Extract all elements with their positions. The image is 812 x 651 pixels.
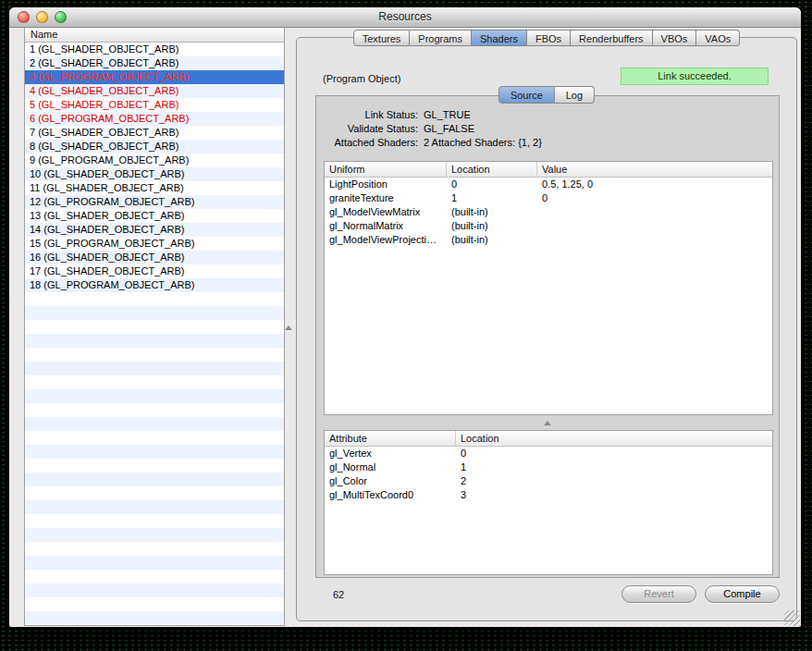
- window-controls: [18, 11, 67, 23]
- title-bar[interactable]: Resources: [9, 7, 801, 28]
- chevron-up-icon: [285, 326, 292, 330]
- list-item[interactable]: 14 (GL_SHADER_OBJECT_ARB): [25, 223, 284, 237]
- attribute-table-header: Attribute Location: [325, 431, 772, 447]
- table-row[interactable]: gl_MultiTexCoord0 3: [325, 488, 772, 502]
- cell-location: 2: [456, 474, 772, 488]
- zoom-button[interactable]: [55, 11, 67, 23]
- uniform-table-body: LightPosition 0 0.5, 1.25, 0 graniteText…: [325, 178, 772, 247]
- tab-renderbuffers[interactable]: Renderbuffers: [571, 30, 653, 46]
- tab-vbos[interactable]: VBOs: [653, 30, 697, 46]
- resource-type-tabs: Textures Programs Shaders FBOs Renderbuf…: [297, 30, 796, 46]
- tab-log[interactable]: Log: [555, 86, 595, 104]
- table-row[interactable]: graniteTexture 1 0: [325, 191, 772, 205]
- link-status-label: Link Status:: [316, 108, 418, 122]
- info-row: Attached Shaders: 2 Attached Shaders: {1…: [316, 136, 779, 150]
- link-status-value: GL_TRUE: [424, 108, 471, 122]
- cell-location: 3: [456, 488, 772, 502]
- tab-shaders[interactable]: Shaders: [472, 30, 527, 46]
- cell-location: (built-in): [447, 219, 537, 233]
- detail-tab-box: Textures Programs Shaders FBOs Renderbuf…: [296, 37, 797, 621]
- cell-attribute: gl_Color: [325, 474, 456, 488]
- resource-list: Name 1 (GL_SHADER_OBJECT_ARB) 2 (GL_SHAD…: [24, 28, 285, 626]
- list-item[interactable]: 17 (GL_SHADER_OBJECT_ARB): [25, 264, 284, 278]
- uniform-table: Uniform Location Value LightPosition 0 0…: [324, 161, 773, 415]
- list-item[interactable]: 12 (GL_PROGRAM_OBJECT_ARB): [25, 195, 284, 209]
- table-row[interactable]: gl_NormalMatrix (built-in): [325, 219, 772, 233]
- list-item[interactable]: 1 (GL_SHADER_OBJECT_ARB): [25, 43, 284, 56]
- list-item[interactable]: 10 (GL_SHADER_OBJECT_ARB): [25, 167, 284, 181]
- column-header-value[interactable]: Value: [537, 162, 772, 177]
- list-item[interactable]: 13 (GL_SHADER_OBJECT_ARB): [25, 209, 284, 223]
- window-title: Resources: [9, 7, 801, 27]
- cell-location: 0: [456, 447, 772, 461]
- cell-value: [537, 219, 772, 233]
- table-row[interactable]: gl_ModelViewProjecti… (built-in): [325, 233, 772, 247]
- cell-value: [537, 233, 772, 247]
- tab-fbos[interactable]: FBOs: [527, 30, 571, 46]
- cell-location: 1: [447, 191, 537, 205]
- tab-source[interactable]: Source: [498, 86, 555, 104]
- uniform-table-header: Uniform Location Value: [325, 162, 772, 178]
- list-item[interactable]: 18 (GL_PROGRAM_OBJECT_ARB): [25, 278, 284, 292]
- info-row: Link Status: GL_TRUE: [316, 108, 779, 122]
- tab-textures[interactable]: Textures: [353, 30, 411, 46]
- attached-shaders-value: 2 Attached Shaders: {1, 2}: [424, 136, 542, 150]
- close-button[interactable]: [18, 11, 30, 23]
- list-empty-stripes: [25, 292, 284, 624]
- cell-value: 0: [537, 191, 772, 205]
- attached-shaders-label: Attached Shaders:: [316, 136, 418, 150]
- list-item[interactable]: 2 (GL_SHADER_OBJECT_ARB): [25, 56, 284, 70]
- validate-status-label: Validate Status:: [316, 122, 418, 136]
- column-header-location[interactable]: Location: [456, 431, 772, 446]
- cell-location: (built-in): [447, 233, 537, 247]
- list-splitter-handle[interactable]: [285, 326, 292, 330]
- table-row[interactable]: gl_ModelViewMatrix (built-in): [325, 205, 772, 219]
- revert-button[interactable]: Revert: [621, 585, 696, 603]
- tab-programs[interactable]: Programs: [410, 30, 472, 46]
- table-row[interactable]: gl_Color 2: [325, 474, 772, 488]
- list-item[interactable]: 4 (GL_SHADER_OBJECT_ARB): [25, 84, 284, 98]
- list-column-header-name[interactable]: Name: [25, 28, 284, 43]
- cell-uniform: LightPosition: [325, 178, 447, 191]
- cell-uniform: gl_ModelViewProjecti…: [325, 233, 447, 247]
- cell-value: [537, 205, 772, 219]
- list-item[interactable]: 11 (GL_SHADER_OBJECT_ARB): [25, 181, 284, 195]
- tab-vaos[interactable]: VAOs: [696, 30, 740, 46]
- minimize-button[interactable]: [36, 11, 48, 23]
- source-log-tabs: Source Log: [498, 86, 595, 104]
- chevron-up-icon: [544, 421, 551, 425]
- cell-attribute: gl_Vertex: [325, 447, 456, 461]
- list-item[interactable]: 15 (GL_PROGRAM_OBJECT_ARB): [25, 237, 284, 251]
- list-item[interactable]: 6 (GL_PROGRAM_OBJECT_ARB): [25, 112, 284, 126]
- column-header-uniform[interactable]: Uniform: [325, 162, 447, 177]
- column-header-attribute[interactable]: Attribute: [325, 431, 456, 446]
- table-row[interactable]: LightPosition 0 0.5, 1.25, 0: [325, 178, 772, 191]
- status-info: Link Status: GL_TRUE Validate Status: GL…: [316, 96, 779, 150]
- cell-location: 1: [456, 461, 772, 474]
- table-row[interactable]: gl_Normal 1: [325, 461, 772, 474]
- cell-location: 0: [447, 178, 537, 191]
- list-item[interactable]: 9 (GL_PROGRAM_OBJECT_ARB): [25, 154, 284, 167]
- table-splitter-handle[interactable]: [544, 421, 551, 425]
- object-type-label: (Program Object): [323, 73, 400, 84]
- cell-attribute: gl_Normal: [325, 461, 456, 474]
- cell-value: 0.5, 1.25, 0: [537, 178, 772, 191]
- attribute-table-body: gl_Vertex 0 gl_Normal 1 gl_Color 2 gl_: [325, 447, 772, 502]
- list-item[interactable]: 7 (GL_SHADER_OBJECT_ARB): [25, 126, 284, 140]
- compile-button[interactable]: Compile: [705, 585, 780, 603]
- list-item[interactable]: 5 (GL_SHADER_OBJECT_ARB): [25, 98, 284, 112]
- attribute-table: Attribute Location gl_Vertex 0 gl_Normal…: [324, 430, 773, 575]
- column-header-location[interactable]: Location: [447, 162, 537, 177]
- list-item[interactable]: 16 (GL_SHADER_OBJECT_ARB): [25, 251, 284, 264]
- cell-uniform: graniteTexture: [325, 191, 447, 205]
- resource-count: 62: [333, 589, 344, 600]
- cell-uniform: gl_NormalMatrix: [325, 219, 447, 233]
- resources-window: Resources Name 1 (GL_SHADER_OBJECT_ARB) …: [9, 7, 801, 627]
- table-row[interactable]: gl_Vertex 0: [325, 447, 772, 461]
- resize-grip[interactable]: [784, 610, 800, 626]
- link-status-badge: Link succeeded.: [621, 68, 769, 85]
- cell-uniform: gl_ModelViewMatrix: [325, 205, 447, 219]
- list-item-selected[interactable]: 3 (GL_PROGRAM_OBJECT_ARB): [25, 70, 284, 84]
- list-item[interactable]: 8 (GL_SHADER_OBJECT_ARB): [25, 140, 284, 154]
- cell-attribute: gl_MultiTexCoord0: [325, 488, 456, 502]
